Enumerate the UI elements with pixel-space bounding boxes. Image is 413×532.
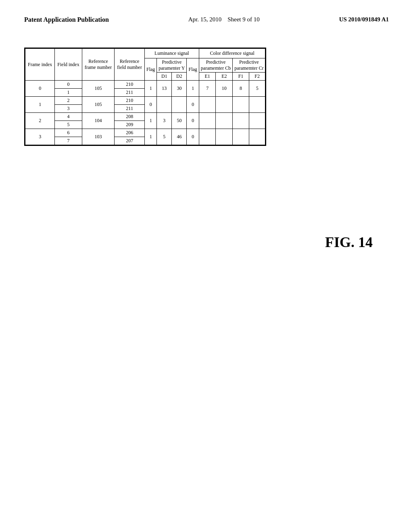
field-2: 2 (55, 97, 82, 105)
col-ref-frame-header: Referenceframe number (82, 49, 115, 81)
table-row: 1 2 105 210 0 0 (25, 97, 265, 105)
ref-frame-1: 105 (82, 97, 115, 113)
lum-flag2-0: 1 (187, 81, 199, 97)
ref-frame-3: 103 (82, 129, 115, 145)
lum-d2-header: D2 (172, 73, 187, 81)
col-f1-1 (233, 97, 249, 113)
figure-label: FIG. 14 (325, 234, 373, 251)
patent-table: Frame index Field index Referenceframe n… (25, 48, 265, 145)
col-f2-2 (249, 113, 265, 129)
col-e2-1 (216, 97, 233, 113)
table-row: 2 4 104 208 1 3 50 0 (25, 113, 265, 121)
field-6: 6 (55, 129, 82, 137)
field-7: 7 (55, 137, 82, 145)
lum-flag2-2: 0 (187, 113, 199, 129)
ref-frame-2: 104 (82, 113, 115, 129)
col-f1-0: 8 (233, 81, 249, 97)
col-e2-header: E2 (216, 73, 233, 81)
frame-2: 2 (25, 113, 55, 129)
lum-predictive-header: Predictiveparamenter Y (157, 58, 187, 73)
col-predictive-cb-header: Predictiveparamemter Cb (199, 58, 232, 73)
lum-d1-2: 3 (157, 113, 172, 129)
col-f2-0: 5 (249, 81, 265, 97)
lum-d1-3: 5 (157, 129, 172, 145)
lum-flag-0: 1 (144, 81, 156, 97)
ref-field-206: 206 (115, 129, 145, 137)
field-1: 1 (55, 89, 82, 97)
ref-field-209: 209 (115, 121, 145, 129)
data-table-container: Frame index Field index Referenceframe n… (24, 48, 266, 146)
col-e2-0: 10 (216, 81, 233, 97)
header-center: Apr. 15, 2010 Sheet 9 of 10 (188, 16, 260, 23)
lum-flag-3: 1 (144, 129, 156, 145)
col-f1-3 (233, 129, 249, 145)
col-e2-2 (216, 113, 233, 129)
col-f2-1 (249, 97, 265, 113)
ref-field-208: 208 (115, 113, 145, 121)
lum-d2-0: 30 (172, 81, 187, 97)
main-content: Frame index Field index Referenceframe n… (0, 31, 413, 162)
ref-field-210: 210 (115, 81, 145, 89)
ref-field-207: 207 (115, 137, 145, 145)
field-3: 3 (55, 105, 82, 113)
ref-field-211b: 211 (115, 105, 145, 113)
col-e1-2 (199, 113, 216, 129)
table-row: 0 0 105 210 1 13 30 1 7 10 8 5 (25, 81, 265, 89)
lum-flag2-1: 0 (187, 97, 199, 113)
lum-d1-header: D1 (157, 73, 172, 81)
col-f2-3 (249, 129, 265, 145)
lum-flag-1: 0 (144, 97, 156, 113)
header-left: Patent Application Publication (24, 16, 109, 23)
lum-flag2-header: Flag (187, 58, 199, 81)
col-e2-3 (216, 129, 233, 145)
lum-flag-2: 1 (144, 113, 156, 129)
page-header: Patent Application Publication Apr. 15, … (0, 0, 413, 31)
frame-3: 3 (25, 129, 55, 145)
lum-flag2-3: 0 (187, 129, 199, 145)
col-ref-field-header: Referencefield number (115, 49, 145, 81)
table-row: 3 6 103 206 1 5 46 0 (25, 129, 265, 137)
lum-flag-header: Flag (144, 58, 156, 81)
ref-field-211: 211 (115, 89, 145, 97)
col-frame-index-header: Frame index (25, 49, 55, 81)
lum-d2-1 (172, 97, 187, 113)
col-f1-2 (233, 113, 249, 129)
field-0: 0 (55, 81, 82, 89)
col-color-header: Color difference signal (199, 49, 265, 58)
col-e1-header: E1 (199, 73, 216, 81)
col-e1-1 (199, 97, 216, 113)
col-f1-header: F1 (233, 73, 249, 81)
ref-frame-0: 105 (82, 81, 115, 97)
lum-d1-0: 13 (157, 81, 172, 97)
col-field-index-header: Field index (55, 49, 82, 81)
field-4: 4 (55, 113, 82, 121)
col-luminance-header: Luminance signal (144, 49, 199, 58)
header-right: US 2010/091849 A1 (339, 16, 389, 23)
col-e1-0: 7 (199, 81, 216, 97)
lum-d2-3: 46 (172, 129, 187, 145)
ref-field-210b: 210 (115, 97, 145, 105)
lum-d1-1 (157, 97, 172, 113)
lum-d2-2: 50 (172, 113, 187, 129)
frame-0: 0 (25, 81, 55, 97)
field-5: 5 (55, 121, 82, 129)
col-f2-header: F2 (249, 73, 265, 81)
col-predictive-cr-header: Predictiveparamemter Cr (233, 58, 265, 73)
col-e1-3 (199, 129, 216, 145)
frame-1: 1 (25, 97, 55, 113)
